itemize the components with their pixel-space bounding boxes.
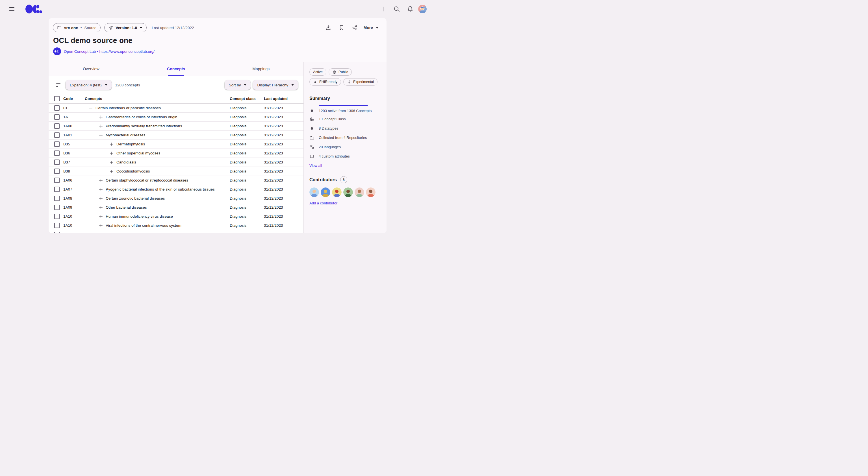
expand-icon[interactable] — [99, 124, 103, 129]
collapse-icon[interactable] — [88, 106, 93, 110]
user-avatar[interactable] — [418, 4, 428, 14]
owner-name: Open Concept Lab — [64, 49, 96, 54]
table-row[interactable]: 1A07Pyogenic bacterial infections of the… — [49, 185, 304, 194]
row-checkbox[interactable] — [54, 141, 60, 147]
row-checkbox[interactable] — [54, 114, 60, 120]
table-row[interactable]: 1AGastroenteritis or colitis of infectio… — [49, 113, 304, 122]
expand-icon[interactable] — [99, 178, 103, 183]
table-row[interactable]: 1A09Other bacterial diseasesDiagnosis31/… — [49, 203, 304, 212]
contributor-1[interactable] — [309, 188, 319, 197]
row-checkbox[interactable] — [54, 105, 60, 111]
column-last-updated: Last updated — [264, 97, 304, 101]
add-contributor-link[interactable]: Add a contributor — [309, 201, 337, 205]
concept-name[interactable]: Human immunodeficiency virus disease — [106, 214, 173, 218]
concept-name[interactable]: Gastroenteritis or colitis of infectious… — [106, 115, 178, 119]
expand-icon[interactable] — [110, 151, 114, 156]
concept-name[interactable]: Non-viral and unspecified infections of … — [106, 232, 217, 233]
sort-dropdown[interactable]: Sort by — [225, 80, 251, 90]
filter-icon[interactable] — [54, 80, 63, 90]
select-all-checkbox[interactable] — [54, 96, 60, 101]
expand-icon[interactable] — [99, 214, 103, 219]
tab-label: Mappings — [252, 67, 270, 71]
more-button[interactable]: More — [363, 24, 380, 32]
concept-code: 1A01 — [63, 133, 85, 137]
concept-name[interactable]: Pyogenic bacterial infections of the ski… — [106, 187, 215, 192]
table-row[interactable]: 1A01Mycobacterial diseasesDiagnosis31/12… — [49, 131, 304, 140]
row-checkbox[interactable] — [54, 223, 60, 228]
view-all-link[interactable]: View all — [309, 164, 322, 168]
row-checkbox[interactable] — [54, 232, 60, 233]
contributor-6[interactable] — [366, 188, 375, 197]
repo-chip[interactable]: src-one • Source — [53, 23, 101, 32]
owner-logo[interactable] — [53, 47, 61, 55]
plus-icon[interactable] — [377, 3, 389, 15]
table-row[interactable]: B35DermatophytosisDiagnosis31/12/2023 — [49, 140, 304, 149]
contributor-2[interactable] — [321, 188, 330, 197]
row-checkbox[interactable] — [54, 123, 60, 129]
ocl-logo[interactable] — [25, 4, 49, 13]
expand-icon[interactable] — [99, 232, 103, 234]
table-row[interactable]: 1A10Non-viral and unspecified infections… — [49, 230, 304, 233]
owner-link[interactable]: Open Concept Lab • https://www.openconce… — [64, 49, 155, 54]
row-checkbox[interactable] — [54, 169, 60, 174]
concept-code: 1A10 — [63, 223, 85, 228]
concept-name[interactable]: Candidiasis — [116, 160, 136, 164]
expansion-dropdown[interactable]: Expansion: 4 (test) — [66, 80, 112, 90]
expand-icon[interactable] — [99, 196, 103, 201]
expand-icon[interactable] — [99, 187, 103, 192]
source-header: src-one • Source Version: 1.0 Last updat… — [49, 18, 386, 62]
table-row[interactable]: 1A08Certain zoonotic bacterial diseasesD… — [49, 194, 304, 203]
expand-icon[interactable] — [110, 142, 114, 146]
table-row[interactable]: 1A10Human immunodeficiency virus disease… — [49, 212, 304, 221]
concept-name[interactable]: Certain zoonotic bacterial diseases — [106, 196, 165, 200]
table-row[interactable]: 01Certain infectious or parasitic diseas… — [49, 104, 304, 113]
display-dropdown[interactable]: Display: Hierarchy — [253, 80, 298, 90]
concept-name[interactable]: Viral infections of the central nervous … — [106, 223, 181, 228]
search-icon[interactable] — [391, 3, 402, 15]
collapse-icon[interactable] — [99, 133, 103, 137]
bell-icon[interactable] — [405, 3, 416, 15]
row-checkbox[interactable] — [54, 150, 60, 156]
expand-icon[interactable] — [110, 160, 114, 165]
tab-concepts[interactable]: Concepts — [134, 62, 219, 76]
concept-name[interactable]: Predominantly sexually transmitted infec… — [106, 124, 182, 128]
concept-name[interactable]: Other bacterial diseases — [106, 205, 147, 209]
concept-name[interactable]: Certain infectious or parasitic diseases — [95, 106, 161, 110]
repo-type: Source — [85, 26, 97, 30]
expand-icon[interactable] — [110, 169, 114, 174]
concept-name[interactable]: Mycobacterial diseases — [106, 133, 145, 137]
row-checkbox[interactable] — [54, 196, 60, 201]
row-checkbox[interactable] — [54, 205, 60, 210]
contributor-4[interactable] — [343, 188, 353, 197]
tab-overview[interactable]: Overview — [49, 62, 134, 76]
expand-icon[interactable] — [99, 115, 103, 120]
row-checkbox[interactable] — [54, 132, 60, 138]
concept-name[interactable]: Other superficial mycoses — [116, 151, 160, 155]
table-row[interactable]: B36Other superficial mycosesDiagnosis31/… — [49, 149, 304, 158]
row-checkbox[interactable] — [54, 160, 60, 165]
bookmark-icon[interactable] — [336, 22, 347, 33]
menu-icon[interactable] — [6, 3, 18, 15]
row-checkbox[interactable] — [54, 178, 60, 183]
table-row[interactable]: 1A06Certain staphylococcal or streptococ… — [49, 176, 304, 185]
version-chip[interactable]: Version: 1.0 — [104, 23, 147, 32]
contributor-3[interactable] — [332, 188, 342, 197]
expand-icon[interactable] — [99, 223, 103, 228]
table-row[interactable]: 1A10Viral infections of the central nerv… — [49, 221, 304, 230]
table-row[interactable]: B37CandidiasisDiagnosis31/12/2023 — [49, 158, 304, 167]
owner-separator: • — [97, 49, 98, 54]
tab-mappings[interactable]: Mappings — [218, 62, 304, 76]
status-chip-active: Active — [309, 68, 327, 76]
concept-last-updated: 31/12/2023 — [264, 151, 304, 155]
row-checkbox[interactable] — [54, 186, 60, 192]
concept-name[interactable]: Certain staphylococcal or streptococcal … — [106, 178, 188, 182]
row-checkbox[interactable] — [54, 214, 60, 219]
share-icon[interactable] — [349, 22, 361, 33]
download-icon[interactable] — [323, 22, 334, 33]
expand-icon[interactable] — [99, 205, 103, 210]
table-row[interactable]: 1A00Predominantly sexually transmitted i… — [49, 122, 304, 131]
table-row[interactable]: B38CoccidioidomycosisDiagnosis31/12/2023 — [49, 167, 304, 176]
concept-name[interactable]: Dermatophytosis — [116, 142, 145, 146]
contributor-5[interactable] — [354, 188, 364, 197]
concept-name[interactable]: Coccidioidomycosis — [116, 169, 150, 173]
